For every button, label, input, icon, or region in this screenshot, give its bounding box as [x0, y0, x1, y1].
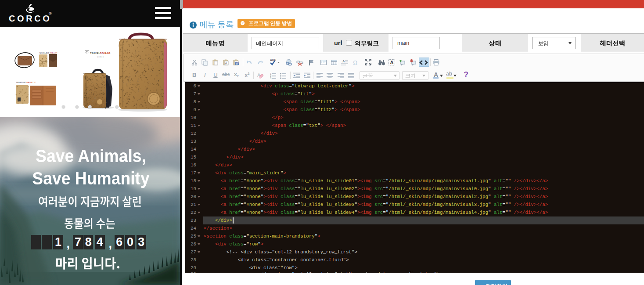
svg-text:WALLET 7!: WALLET 7! — [26, 81, 36, 83]
svg-text:A: A — [390, 60, 394, 65]
svg-text:WALLET: WALLET — [50, 52, 58, 54]
svg-text:C O R C O: C O R C O — [97, 56, 104, 58]
svg-text:Ω: Ω — [353, 59, 357, 66]
svg-text:PASSPORT: PASSPORT — [16, 81, 26, 83]
svg-text:3: 3 — [270, 77, 271, 79]
svg-text:GO BAG: GO BAG — [100, 52, 111, 54]
svg-text:TRAVEL: TRAVEL — [90, 52, 101, 54]
svg-text:NECKLACE: NECKLACE — [40, 52, 50, 54]
svg-text:W: W — [236, 62, 239, 65]
svg-text:A: A — [342, 59, 345, 63]
svg-text:?: ? — [241, 21, 243, 25]
svg-text:A: A — [225, 61, 227, 65]
svg-text:ABC: ABC — [270, 58, 276, 61]
